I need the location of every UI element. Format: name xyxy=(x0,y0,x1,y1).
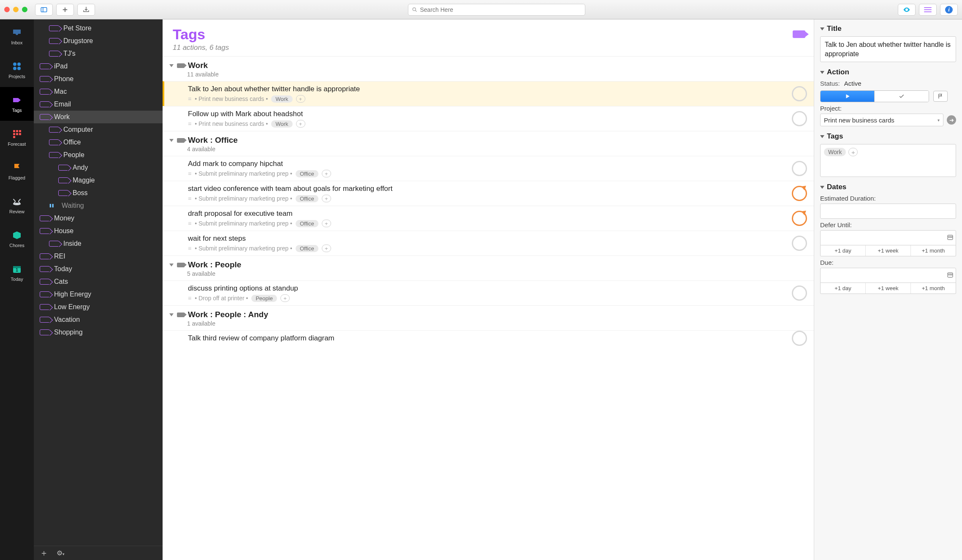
drag-handle-icon[interactable]: ≡ xyxy=(188,245,191,252)
view-button[interactable] xyxy=(898,4,916,16)
disclosure-triangle-icon[interactable] xyxy=(169,139,174,142)
goto-project-button[interactable]: ➜ xyxy=(947,115,956,125)
add-tag-button[interactable]: + xyxy=(322,170,331,177)
tag-row[interactable]: Mac xyxy=(34,85,163,98)
tag-row[interactable]: Drugstore xyxy=(34,35,163,47)
tag-row[interactable]: Pet Store xyxy=(34,22,163,35)
title-field[interactable]: Talk to Jen about whether twitter handle… xyxy=(820,36,956,62)
add-tag-button[interactable]: + xyxy=(322,220,331,227)
task-status-circle[interactable] xyxy=(792,111,807,126)
rail-item-tags[interactable]: Tags xyxy=(0,87,34,121)
disclosure-triangle-icon[interactable] xyxy=(169,264,174,266)
task-tag-pill[interactable]: Office xyxy=(296,220,318,227)
status-completed-button[interactable] xyxy=(875,91,929,102)
task-tag-pill[interactable]: People xyxy=(251,295,277,302)
search-input[interactable] xyxy=(420,6,582,13)
due-field[interactable] xyxy=(820,268,956,283)
drag-handle-icon[interactable]: ≡ xyxy=(188,295,191,302)
task-tag-pill[interactable]: Work xyxy=(271,95,292,103)
task-tag-pill[interactable]: Office xyxy=(296,245,318,252)
rail-item-projects[interactable]: Projects xyxy=(0,53,34,87)
drag-handle-icon[interactable]: ≡ xyxy=(188,95,191,102)
add-tag-chip-button[interactable]: + xyxy=(848,148,858,156)
task-row[interactable]: discuss printing options at standup ≡ • … xyxy=(163,280,814,305)
tag-row[interactable]: REI xyxy=(34,250,163,263)
task-status-circle[interactable] xyxy=(792,331,807,346)
status-active-button[interactable] xyxy=(821,91,875,102)
minimize-window-button[interactable] xyxy=(13,7,19,12)
tag-row[interactable]: Vacation xyxy=(34,313,163,326)
tag-row[interactable]: Money xyxy=(34,212,163,225)
tag-row[interactable]: Phone xyxy=(34,73,163,85)
tag-row[interactable]: Email xyxy=(34,98,163,111)
quick-entry-button[interactable] xyxy=(77,4,95,16)
drag-handle-icon[interactable]: ≡ xyxy=(188,220,191,227)
tag-row[interactable]: High Energy xyxy=(34,288,163,301)
calendar-icon[interactable] xyxy=(947,234,954,242)
tag-chip[interactable]: Work xyxy=(824,148,846,156)
close-window-button[interactable] xyxy=(4,7,10,12)
calendar-icon[interactable] xyxy=(947,272,954,280)
task-tag-pill[interactable]: Office xyxy=(296,170,318,177)
tag-row[interactable]: Low Energy xyxy=(34,301,163,313)
status-segmented-control[interactable] xyxy=(820,90,929,102)
defer-plus-1-month[interactable]: +1 month xyxy=(911,245,956,256)
rail-item-inbox[interactable]: Inbox xyxy=(0,19,34,53)
disclosure-triangle-icon[interactable] xyxy=(169,64,174,67)
tag-row[interactable]: Waiting xyxy=(34,199,163,212)
due-plus-1-day[interactable]: +1 day xyxy=(821,283,866,294)
task-tag-pill[interactable]: Office xyxy=(296,195,318,202)
tag-row[interactable]: Computer xyxy=(34,123,163,136)
task-row[interactable]: wait for next steps ≡ • Submit prelimina… xyxy=(163,231,814,256)
disclosure-triangle-icon[interactable] xyxy=(169,313,174,316)
zoom-window-button[interactable] xyxy=(22,7,27,12)
inspector-title-header[interactable]: Title xyxy=(820,24,956,33)
defer-plus-1-week[interactable]: +1 week xyxy=(866,245,911,256)
estimated-duration-field[interactable] xyxy=(820,204,956,219)
add-tag-button[interactable]: ＋ xyxy=(40,547,48,559)
sidebar-settings-button[interactable]: ⚙︎▾ xyxy=(57,549,65,557)
task-row[interactable]: Add mark to company hipchat ≡ • Submit p… xyxy=(163,156,814,181)
search-field[interactable] xyxy=(408,4,585,16)
flag-button[interactable] xyxy=(933,91,948,102)
tags-field[interactable]: Work + xyxy=(820,144,956,177)
task-row[interactable]: draft proposal for executive team ≡ • Su… xyxy=(163,206,814,231)
due-plus-1-week[interactable]: +1 week xyxy=(866,283,911,294)
inspector-toggle-button[interactable]: i xyxy=(940,4,958,16)
defer-until-field[interactable] xyxy=(820,230,956,245)
tag-row[interactable]: TJ's xyxy=(34,47,163,60)
rail-item-chores[interactable]: Chores xyxy=(0,222,34,256)
tag-row[interactable]: House xyxy=(34,225,163,237)
drag-handle-icon[interactable]: ≡ xyxy=(188,120,191,127)
task-status-circle[interactable] xyxy=(792,236,807,251)
new-item-button[interactable] xyxy=(56,4,74,16)
task-status-circle[interactable] xyxy=(792,86,807,101)
defer-plus-1-day[interactable]: +1 day xyxy=(821,245,866,256)
tag-row[interactable]: Work xyxy=(34,111,163,123)
due-plus-1-month[interactable]: +1 month xyxy=(911,283,956,294)
drag-handle-icon[interactable]: ≡ xyxy=(188,195,191,202)
tag-row[interactable]: Today xyxy=(34,263,163,275)
tag-row[interactable]: Boss xyxy=(34,187,163,199)
task-row[interactable]: Follow up with Mark about headshot ≡ • P… xyxy=(163,106,814,131)
task-status-circle[interactable] xyxy=(792,186,807,201)
task-row[interactable]: Talk to Jen about whether twitter handle… xyxy=(163,81,814,106)
task-row[interactable]: start video conference with team about g… xyxy=(163,181,814,206)
tag-row[interactable]: iPad xyxy=(34,60,163,73)
tag-row[interactable]: Shopping xyxy=(34,326,163,339)
task-status-circle[interactable] xyxy=(792,211,807,226)
task-tag-pill[interactable]: Work xyxy=(271,120,292,128)
tag-row[interactable]: Cats xyxy=(34,275,163,288)
task-status-circle[interactable] xyxy=(792,161,807,176)
task-status-circle[interactable] xyxy=(792,285,807,301)
inspector-action-header[interactable]: Action xyxy=(820,68,956,76)
tag-row[interactable]: Office xyxy=(34,136,163,149)
inspector-dates-header[interactable]: Dates xyxy=(820,183,956,191)
tag-row[interactable]: Inside xyxy=(34,237,163,250)
toggle-sidebar-button[interactable] xyxy=(35,4,53,16)
add-tag-button[interactable]: + xyxy=(322,195,331,202)
rail-item-forecast[interactable]: Forecast xyxy=(0,121,34,155)
tag-row[interactable]: Andy xyxy=(34,161,163,174)
view-options-button[interactable] xyxy=(919,4,937,16)
rail-item-today[interactable]: 1Today xyxy=(0,256,34,290)
